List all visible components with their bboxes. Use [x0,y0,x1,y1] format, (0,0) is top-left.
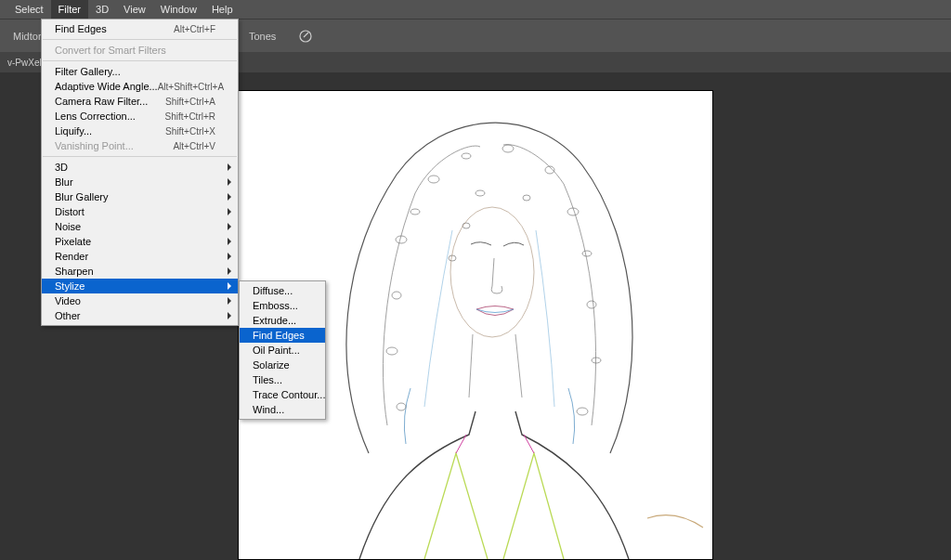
menu-label: Blur Gallery [55,191,108,202]
filter-noise[interactable]: Noise [42,219,238,234]
filter-camera-raw[interactable]: Camera Raw Filter... Shift+Ctrl+A [42,94,238,109]
svg-point-4 [462,153,471,159]
filter-vanishing-point: Vanishing Point... Alt+Ctrl+V [42,138,238,153]
menu-label: 3D [55,162,68,173]
menu-label: Video [55,295,81,306]
menu-3d[interactable]: 3D [88,0,116,19]
filter-menu: Find Edges Alt+Ctrl+F Convert for Smart … [41,19,239,326]
menu-label: Emboss... [253,300,298,311]
menu-label: Stylize [55,280,85,292]
filter-render[interactable]: Render [42,249,238,264]
filter-video[interactable]: Video [42,293,238,308]
menu-label: Tiles... [253,374,282,385]
svg-point-2 [410,209,420,215]
svg-point-9 [392,292,401,299]
menu-label: Extrude... [253,315,296,326]
menu-separator [43,39,237,40]
filter-convert-smart-label: Convert for Smart Filters [55,45,166,56]
menu-label: Diffuse... [253,285,293,296]
menubar: Select Filter 3D View Window Help [0,0,951,19]
stylize-oil-paint[interactable]: Oil Paint... [240,343,325,358]
menu-separator [43,60,237,61]
svg-point-16 [462,223,470,228]
filter-recent[interactable]: Find Edges Alt+Ctrl+F [42,21,238,36]
menu-label: Find Edges [253,330,305,341]
menu-label: Blur [55,176,73,188]
svg-point-5 [502,145,514,152]
svg-point-1 [396,236,407,243]
menu-label: Noise [55,221,81,232]
filter-pixelate[interactable]: Pixelate [42,234,238,249]
toolbar-tones-label: Tones [243,31,281,42]
svg-point-18 [523,195,530,201]
filter-blur[interactable]: Blur [42,175,238,189]
menu-label: Pixelate [55,236,91,247]
menu-label: Vanishing Point... [55,140,134,151]
stylize-submenu: Diffuse... Emboss... Extrude... Find Edg… [239,280,326,420]
brush-icon[interactable] [295,26,316,46]
filter-recent-shortcut: Alt+Ctrl+F [174,24,215,34]
menu-label: Other [55,310,81,321]
menu-shortcut: Shift+Ctrl+R [165,111,215,122]
svg-point-15 [449,255,456,261]
svg-point-10 [587,301,596,308]
menu-label: Distort [55,206,85,217]
menu-label: Trace Contour... [253,389,325,400]
menu-shortcut: Shift+Ctrl+X [165,126,215,137]
filter-other[interactable]: Other [42,308,238,323]
svg-point-8 [582,251,592,256]
stylize-wind[interactable]: Wind... [240,402,325,417]
filter-sharpen[interactable]: Sharpen [42,264,238,279]
stylize-find-edges[interactable]: Find Edges [240,328,325,343]
svg-point-7 [567,208,579,215]
svg-point-0 [300,31,311,42]
menu-label: Camera Raw Filter... [55,96,148,107]
filter-convert-smart: Convert for Smart Filters [42,43,238,58]
stylize-extrude[interactable]: Extrude... [240,313,325,328]
menu-label: Liquify... [55,125,92,137]
stylize-tiles[interactable]: Tiles... [240,372,325,387]
filter-3d[interactable]: 3D [42,160,238,175]
filter-distort[interactable]: Distort [42,204,238,219]
stylize-diffuse[interactable]: Diffuse... [240,283,325,298]
svg-point-11 [386,347,397,355]
svg-point-13 [397,403,406,410]
menu-label: Oil Paint... [253,345,300,356]
menu-shortcut: Alt+Ctrl+V [173,141,215,151]
menu-select[interactable]: Select [7,0,51,19]
filter-lens-correction[interactable]: Lens Correction... Shift+Ctrl+R [42,109,238,124]
menu-label: Lens Correction... [55,111,136,122]
menu-shortcut: Shift+Ctrl+A [165,97,215,107]
svg-point-17 [476,190,485,196]
menu-label: Solarize [253,359,290,371]
filter-adaptive-wide-angle[interactable]: Adaptive Wide Angle... Alt+Shift+Ctrl+A [42,79,238,94]
menu-label: Sharpen [55,266,94,277]
menu-view[interactable]: View [116,0,153,19]
filter-blur-gallery[interactable]: Blur Gallery [42,189,238,204]
menu-help[interactable]: Help [204,0,241,19]
menu-separator [43,156,237,157]
filter-stylize[interactable]: Stylize [42,279,238,293]
menu-filter[interactable]: Filter [51,0,88,19]
menu-label: Adaptive Wide Angle... [55,81,158,92]
stylize-emboss[interactable]: Emboss... [240,298,325,313]
svg-point-3 [428,176,439,183]
stylize-solarize[interactable]: Solarize [240,358,325,372]
menu-shortcut: Alt+Shift+Ctrl+A [158,82,224,92]
menu-label: Filter Gallery... [55,66,121,77]
stylize-trace-contour[interactable]: Trace Contour... [240,387,325,402]
menu-label: Wind... [253,404,284,415]
filter-recent-label: Find Edges [55,23,107,34]
filter-gallery[interactable]: Filter Gallery... [42,64,238,79]
menu-label: Render [55,251,88,262]
svg-point-14 [577,408,588,415]
filter-liquify[interactable]: Liquify... Shift+Ctrl+X [42,124,238,138]
menu-window[interactable]: Window [153,0,204,19]
